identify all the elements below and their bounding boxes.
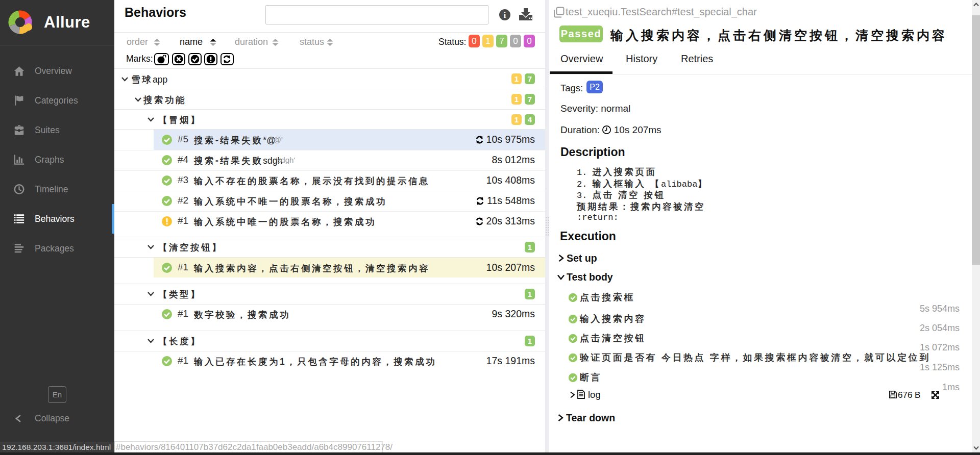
svg-text:i: i [504,11,506,19]
